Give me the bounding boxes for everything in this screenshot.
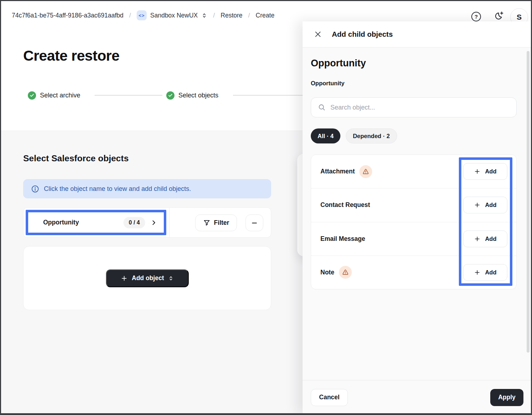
filter-button[interactable]: Filter — [195, 214, 237, 231]
child-object-name: Contact Request — [320, 201, 370, 209]
list-item-note: Note Add — [311, 255, 516, 289]
add-button-note[interactable]: Add — [463, 264, 507, 281]
panel-object-subtitle: Opportunity — [311, 80, 344, 87]
breadcrumb-separator: / — [129, 12, 131, 19]
add-object-button[interactable]: Add object — [106, 269, 189, 287]
plus-icon — [474, 202, 481, 208]
info-banner-text: Click the object name to view and add ch… — [44, 185, 191, 193]
scrollbar[interactable] — [527, 51, 530, 353]
panel-title: Add child objects — [332, 30, 393, 39]
add-object-card: Add object — [23, 246, 271, 310]
search-input[interactable] — [330, 104, 510, 111]
code-icon: <> — [137, 10, 147, 20]
divider — [169, 208, 169, 237]
filter-icon — [203, 219, 211, 227]
step-label-select-archive: Select archive — [40, 92, 80, 99]
app-window: 74c7f6a1-be75-4aff-9186-a3ac691aafbd / <… — [0, 0, 532, 415]
step-complete-icon — [166, 91, 174, 100]
child-object-name: Attachment — [320, 168, 355, 175]
add-label: Add — [485, 168, 496, 175]
filter-label: Filter — [214, 219, 229, 227]
panel-object-title: Opportunity — [311, 58, 366, 69]
child-object-name: Note — [320, 269, 334, 276]
chip-all[interactable]: All · 4 — [311, 128, 340, 143]
selected-count-badge: 0 / 4 — [123, 217, 145, 228]
add-button-attachment[interactable]: Add — [463, 163, 507, 180]
workspace-label: Sandbox NewUX — [150, 12, 198, 19]
apply-button[interactable]: Apply — [490, 389, 523, 406]
breadcrumb-workspace[interactable]: <> Sandbox NewUX — [137, 10, 207, 20]
filter-chips: All · 4 Depended · 2 — [311, 128, 397, 143]
list-item-contact-request: Contact Request Add — [311, 188, 516, 222]
object-row-opportunity[interactable]: Opportunity 0 / 4 — [26, 210, 166, 235]
breadcrumb-separator: / — [248, 12, 250, 19]
add-label: Add — [485, 236, 496, 242]
page-title: Create restore — [23, 47, 120, 64]
plus-icon — [474, 236, 481, 242]
panel-header: Add child objects — [303, 21, 532, 47]
step-complete-icon — [28, 91, 36, 100]
breadcrumb: 74c7f6a1-be75-4aff-9186-a3ac691aafbd / <… — [12, 1, 274, 30]
info-banner: Click the object name to view and add ch… — [23, 179, 271, 198]
add-label: Add — [485, 202, 496, 208]
chevron-up-down-icon[interactable] — [201, 12, 207, 19]
cancel-button[interactable]: Cancel — [311, 389, 348, 406]
section-title: Select Salesforce objects — [23, 153, 129, 163]
plus-icon — [121, 275, 128, 282]
add-object-label: Add object — [132, 274, 164, 282]
remove-object-button[interactable] — [245, 214, 263, 231]
step-label-select-objects: Select objects — [178, 92, 218, 99]
add-child-objects-panel: Add child objects Opportunity Opportunit… — [303, 21, 532, 414]
breadcrumb-restore[interactable]: Restore — [221, 12, 242, 19]
chevron-right-icon[interactable] — [150, 219, 157, 226]
add-button-contact-request[interactable]: Add — [463, 197, 507, 213]
minus-icon — [251, 219, 258, 227]
info-icon — [31, 185, 39, 193]
search-box — [311, 97, 517, 117]
add-label: Add — [485, 269, 496, 276]
step-connector — [233, 95, 303, 96]
breadcrumb-create[interactable]: Create — [256, 12, 275, 19]
help-icon[interactable]: ? — [471, 12, 481, 21]
close-icon[interactable] — [314, 30, 322, 38]
warning-icon — [359, 165, 372, 178]
step-connector — [95, 95, 162, 96]
chevron-up-down-icon — [168, 275, 174, 281]
breadcrumb-separator: / — [213, 12, 215, 19]
chip-depended[interactable]: Depended · 2 — [346, 128, 397, 143]
add-button-email-message[interactable]: Add — [463, 231, 507, 247]
plus-icon — [474, 269, 481, 276]
plus-icon — [474, 168, 481, 175]
warning-icon — [339, 266, 352, 279]
panel-footer: Cancel Apply — [303, 380, 532, 414]
list-item-email-message: Email Message Add — [311, 222, 516, 255]
breadcrumb-session-id[interactable]: 74c7f6a1-be75-4aff-9186-a3ac691aafbd — [12, 12, 123, 19]
child-object-name: Email Message — [320, 235, 365, 243]
child-objects-list: Attachment Add Contact Request Add — [311, 155, 517, 289]
list-item-attachment: Attachment Add — [311, 155, 516, 188]
object-row-card: Opportunity 0 / 4 Filter — [23, 207, 271, 238]
search-icon — [318, 103, 326, 111]
object-name[interactable]: Opportunity — [43, 219, 118, 226]
